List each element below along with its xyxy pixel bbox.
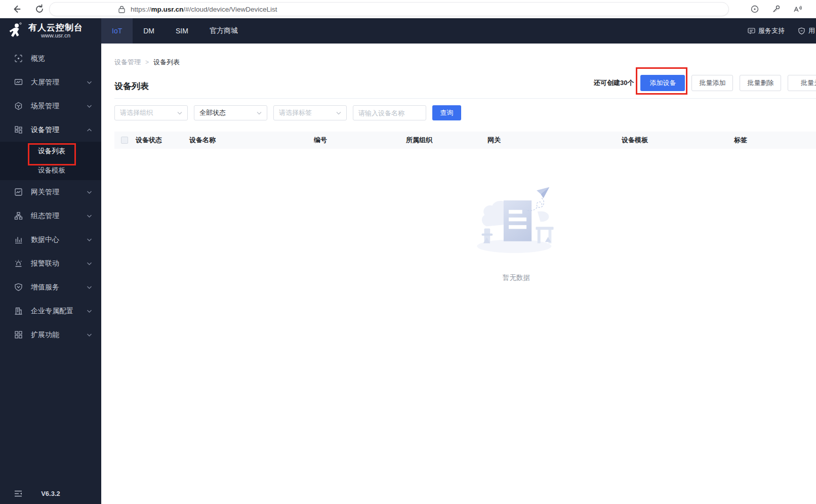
location-icon[interactable] [750, 5, 759, 14]
tag-select[interactable]: 请选择标签 [273, 105, 347, 120]
sidebar-subitem-device-list[interactable]: 设备列表 [0, 142, 101, 161]
back-icon[interactable] [11, 4, 21, 14]
tab-dm[interactable]: DM [133, 18, 165, 44]
column-header[interactable]: 标签 [734, 136, 816, 145]
lock-icon[interactable] [118, 6, 125, 13]
column-header[interactable]: 设备状态 [136, 136, 189, 145]
sidebar-item-extensions[interactable]: 扩展功能 [0, 323, 101, 347]
datacenter-icon [14, 235, 23, 244]
main-content: 设备管理 > 设备列表 设备列表 还可创建30个 添加设备 批量添加 批量删除 … [101, 44, 816, 504]
sidebar-item-gateway[interactable]: 网关管理 [0, 180, 101, 204]
sidebar-item-enterprise-config[interactable]: 企业专属配置 [0, 299, 101, 323]
sidebar-item-vas[interactable]: 增值服务 [0, 275, 101, 299]
bigscreen-icon [14, 78, 23, 87]
url-text: https://mp.usr.cn/#/cloud/device/ViewDev… [131, 6, 277, 13]
scada-icon [14, 212, 23, 220]
tab-official-store[interactable]: 官方商城 [199, 18, 249, 44]
chevron-down-icon [87, 214, 92, 218]
tab-iot[interactable]: IoT [101, 18, 133, 44]
sidebar-item-label: 网关管理 [31, 188, 59, 197]
select-all-checkbox[interactable] [121, 137, 128, 144]
chevron-down-icon [87, 80, 92, 85]
app-header: 有人云控制台 www.usr.cn IoT DM SIM 官方商城 服务支持 用 [0, 18, 816, 44]
batch-more-button[interactable]: 批量关 [788, 75, 816, 91]
overview-icon [14, 54, 23, 63]
chevron-down-icon [177, 111, 182, 115]
sidebar-item-scada[interactable]: 组态管理 [0, 204, 101, 228]
browser-chrome: https://mp.usr.cn/#/cloud/device/ViewDev… [0, 0, 816, 18]
chevron-down-icon [87, 285, 92, 289]
logo-title: 有人云控制台 [28, 23, 83, 32]
empty-illustration-icon [474, 186, 559, 258]
chevron-down-icon [87, 104, 92, 108]
batch-delete-button[interactable]: 批量删除 [740, 75, 781, 91]
user-center-link[interactable]: 用 [798, 26, 815, 35]
breadcrumb: 设备管理 > 设备列表 [114, 58, 816, 67]
enterprise-icon [14, 307, 23, 315]
sidebar-item-label: 概览 [31, 54, 45, 63]
sidebar-subitem-device-template[interactable]: 设备模板 [0, 161, 101, 180]
table-header: 设备状态 设备名称 编号 所属组织 网关 设备模板 标签 [114, 132, 816, 149]
batch-add-button[interactable]: 批量添加 [691, 75, 733, 91]
sidebar-item-alarm[interactable]: 报警联动 [0, 251, 101, 275]
address-bar[interactable]: https://mp.usr.cn/#/cloud/device/ViewDev… [49, 2, 729, 16]
chevron-down-icon [257, 111, 262, 115]
sidebar-item-datacenter[interactable]: 数据中心 [0, 228, 101, 251]
logo-subtitle: www.usr.cn [28, 32, 83, 39]
filter-row: 请选择组织 全部状态 请选择标签 查询 [114, 105, 816, 120]
version-label: V6.3.2 [0, 490, 101, 497]
gateway-icon [14, 188, 23, 196]
column-header[interactable]: 编号 [314, 136, 406, 145]
sidebar-item-scene[interactable]: 场景管理 [0, 94, 101, 118]
divider [114, 98, 816, 99]
key-icon[interactable] [771, 5, 781, 14]
sidebar-item-device-management[interactable]: 设备管理 [0, 118, 101, 142]
org-select[interactable]: 请选择组织 [114, 105, 188, 120]
tab-sim[interactable]: SIM [165, 18, 199, 44]
device-management-submenu: 设备列表 设备模板 [0, 142, 101, 180]
logo[interactable]: 有人云控制台 www.usr.cn [0, 18, 101, 44]
chevron-down-icon [87, 262, 92, 266]
chevron-down-icon [336, 111, 341, 115]
device-name-input[interactable] [353, 105, 426, 120]
service-support-link[interactable]: 服务支持 [748, 26, 785, 35]
column-header[interactable]: 设备名称 [189, 136, 314, 145]
device-icon [14, 125, 23, 134]
scene-icon [14, 102, 23, 110]
chevron-down-icon [87, 190, 92, 194]
sidebar-item-label: 增值服务 [31, 283, 59, 292]
empty-text: 暂无数据 [503, 273, 530, 282]
sidebar: 概览 大屏管理 场景管理 设备管理 设备列表 设备模板 [0, 44, 101, 504]
add-device-button[interactable]: 添加设备 [640, 75, 685, 91]
sidebar-item-label: 设备管理 [31, 125, 59, 135]
chat-icon [748, 27, 755, 35]
quota-text: 还可创建30个 [594, 78, 634, 88]
sidebar-item-bigscreen[interactable]: 大屏管理 [0, 70, 101, 94]
chevron-up-icon [87, 128, 92, 132]
chevron-down-icon [87, 309, 92, 313]
sidebar-item-label: 组态管理 [31, 212, 59, 221]
search-button[interactable]: 查询 [432, 105, 461, 120]
column-header[interactable]: 设备模板 [622, 136, 734, 145]
refresh-icon[interactable] [34, 4, 45, 14]
shield-icon [798, 27, 805, 35]
title-actions: 还可创建30个 添加设备 批量添加 批量删除 批量关 [594, 75, 816, 91]
extensions-icon [14, 330, 23, 339]
alarm-icon [14, 259, 23, 268]
column-header[interactable]: 网关 [487, 136, 622, 145]
status-select[interactable]: 全部状态 [194, 105, 267, 120]
breadcrumb-current: 设备列表 [153, 58, 180, 67]
sidebar-item-label: 报警联动 [31, 259, 59, 268]
sidebar-item-label: 场景管理 [31, 102, 59, 111]
chevron-down-icon [87, 238, 92, 242]
empty-state: 暂无数据 [474, 186, 559, 282]
sidebar-item-label: 企业专属配置 [31, 307, 73, 316]
usr-logo-icon [8, 22, 24, 39]
sidebar-item-label: 大屏管理 [31, 78, 59, 87]
sidebar-item-overview[interactable]: 概览 [0, 47, 101, 70]
read-aloud-icon[interactable] [793, 5, 802, 14]
breadcrumb-parent[interactable]: 设备管理 [114, 58, 141, 67]
vas-shield-icon [14, 283, 23, 291]
column-header[interactable]: 所属组织 [406, 136, 487, 145]
top-tabs: IoT DM SIM 官方商城 [101, 18, 249, 44]
